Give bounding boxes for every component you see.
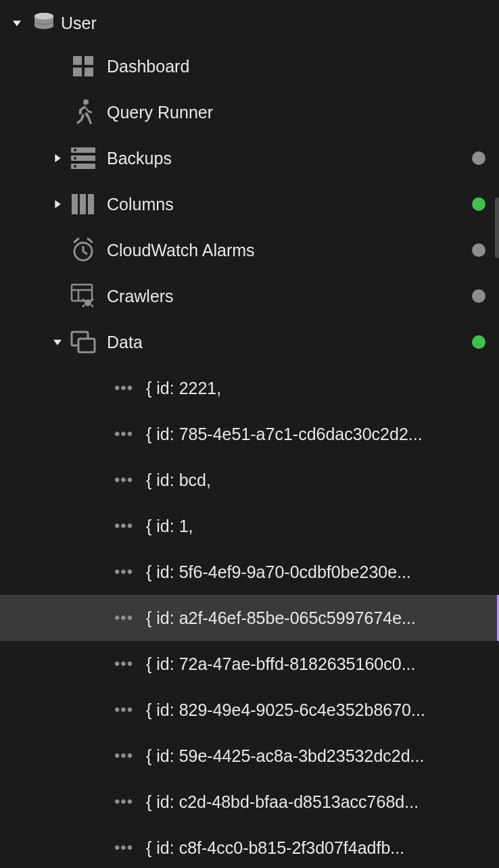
data-item[interactable]: ••• { id: 785-4e51-a7c1-cd6dac30c2d2... xyxy=(0,411,499,457)
chevron-down-icon[interactable] xyxy=(47,337,68,347)
svg-rect-20 xyxy=(72,285,92,301)
data-item-label: { id: c8f-4cc0-b815-2f3d07f4adfb... xyxy=(146,838,404,858)
status-dot xyxy=(472,151,485,165)
data-item-label: { id: c2d-48bd-bfaa-d8513acc768d... xyxy=(146,792,419,812)
svg-rect-6 xyxy=(85,68,93,76)
tree-item-data[interactable]: Data xyxy=(0,319,499,365)
database-icon xyxy=(27,11,61,35)
data-item-label: { id: 5f6-4ef9-9a70-0cdbf0be230e... xyxy=(146,562,411,582)
storage-icon xyxy=(68,147,99,169)
tree-root-label: User xyxy=(61,14,485,33)
data-item-label: { id: bcd, xyxy=(146,471,211,490)
tree-item-label: Data xyxy=(107,333,464,352)
svg-marker-22 xyxy=(53,339,62,345)
data-item[interactable]: ••• { id: c2d-48bd-bfaa-d8513acc768d... xyxy=(0,779,499,825)
svg-rect-4 xyxy=(85,56,93,65)
status-dot xyxy=(472,335,485,349)
data-item[interactable]: ••• { id: 59e-4425-ac8a-3bd23532dc2d... xyxy=(0,733,499,779)
tree-item-label: Crawlers xyxy=(107,287,464,306)
tree-item-query-runner[interactable]: Query Runner xyxy=(0,89,499,135)
svg-point-7 xyxy=(83,99,89,105)
status-dot xyxy=(472,243,485,257)
tree-view: User Dashboard Query Runner xyxy=(0,0,499,868)
data-item[interactable]: ••• { id: a2f-46ef-85be-065c5997674e... xyxy=(0,595,499,641)
data-item-label: { id: 1, xyxy=(146,516,193,536)
ellipsis-icon: ••• xyxy=(108,471,139,489)
svg-rect-18 xyxy=(88,194,94,214)
chevron-down-icon[interactable] xyxy=(7,18,27,28)
svg-rect-16 xyxy=(72,194,78,214)
data-icon xyxy=(68,331,99,354)
data-item[interactable]: ••• { id: 5f6-4ef9-9a70-0cdbf0be230e... xyxy=(0,549,499,595)
scrollbar-thumb[interactable] xyxy=(495,197,499,258)
status-dot xyxy=(472,197,485,211)
data-item-label: { id: 785-4e51-a7c1-cd6dac30c2d2... xyxy=(146,425,423,444)
ellipsis-icon: ••• xyxy=(108,516,139,535)
runner-icon xyxy=(68,99,99,126)
chevron-right-icon[interactable] xyxy=(47,199,68,210)
dashboard-icon xyxy=(68,55,99,78)
crawlers-icon xyxy=(68,283,99,310)
svg-marker-8 xyxy=(55,154,60,162)
ellipsis-icon: ••• xyxy=(108,746,139,765)
ellipsis-icon: ••• xyxy=(108,562,139,581)
tree-item-label: Columns xyxy=(107,195,464,214)
status-dot xyxy=(472,289,485,303)
data-item-label: { id: 2221, xyxy=(146,379,221,398)
data-item-label: { id: 59e-4425-ac8a-3bd23532dc2d... xyxy=(146,746,424,766)
svg-rect-5 xyxy=(73,68,82,76)
svg-marker-0 xyxy=(13,20,21,26)
ellipsis-icon: ••• xyxy=(108,425,139,443)
tree-item-label: Query Runner xyxy=(107,103,485,122)
chevron-right-icon[interactable] xyxy=(47,153,68,164)
data-item[interactable]: ••• { id: 829-49e4-9025-6c4e352b8670... xyxy=(0,687,499,733)
ellipsis-icon: ••• xyxy=(108,654,139,673)
data-item-label: { id: 72a-47ae-bffd-8182635160c0... xyxy=(146,654,415,674)
columns-icon xyxy=(68,194,99,214)
data-item[interactable]: ••• { id: 2221, xyxy=(0,365,499,411)
data-item[interactable]: ••• { id: bcd, xyxy=(0,457,499,503)
tree-item-label: CloudWatch Alarms xyxy=(107,241,464,260)
svg-rect-24 xyxy=(78,339,95,352)
tree-item-crawlers[interactable]: Crawlers xyxy=(0,273,499,319)
ellipsis-icon: ••• xyxy=(108,379,139,397)
alarm-icon xyxy=(68,237,99,264)
data-item[interactable]: ••• { id: 1, xyxy=(0,503,499,549)
data-item-label: { id: 829-49e4-9025-6c4e352b8670... xyxy=(146,700,425,720)
svg-rect-3 xyxy=(73,56,82,65)
tree-item-cloudwatch-alarms[interactable]: CloudWatch Alarms xyxy=(0,227,499,273)
tree-item-columns[interactable]: Columns xyxy=(0,181,499,227)
svg-point-2 xyxy=(34,13,53,20)
tree-item-label: Backups xyxy=(107,149,464,168)
svg-point-12 xyxy=(74,149,76,151)
svg-marker-15 xyxy=(55,200,60,208)
svg-rect-17 xyxy=(80,194,86,214)
data-item-label: { id: a2f-46ef-85be-065c5997674e... xyxy=(146,608,416,628)
data-item[interactable]: ••• { id: c8f-4cc0-b815-2f3d07f4adfb... xyxy=(0,825,499,868)
ellipsis-icon: ••• xyxy=(108,838,139,857)
svg-point-21 xyxy=(85,299,91,306)
ellipsis-icon: ••• xyxy=(108,792,139,811)
tree-item-backups[interactable]: Backups xyxy=(0,135,499,181)
ellipsis-icon: ••• xyxy=(108,700,139,719)
ellipsis-icon: ••• xyxy=(108,608,139,627)
svg-point-14 xyxy=(74,165,76,168)
tree-root-user[interactable]: User xyxy=(0,3,499,43)
tree-item-label: Dashboard xyxy=(107,57,485,76)
tree-item-dashboard[interactable]: Dashboard xyxy=(0,43,499,89)
data-item[interactable]: ••• { id: 72a-47ae-bffd-8182635160c0... xyxy=(0,641,499,687)
svg-point-13 xyxy=(74,157,76,160)
